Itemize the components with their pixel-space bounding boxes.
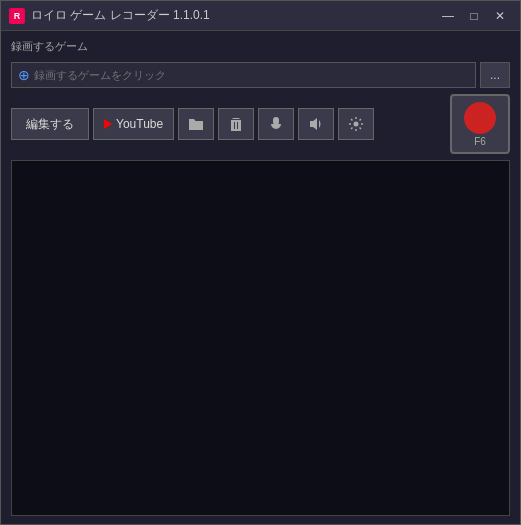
minimize-button[interactable]: — bbox=[436, 6, 460, 26]
youtube-play-icon bbox=[104, 119, 112, 129]
window-title: ロイロ ゲーム レコーダー 1.1.0.1 bbox=[31, 7, 436, 24]
app-icon: R bbox=[9, 8, 25, 24]
mic-button[interactable] bbox=[258, 108, 294, 140]
svg-rect-0 bbox=[273, 117, 279, 125]
youtube-button[interactable]: YouTube bbox=[93, 108, 174, 140]
ellipsis-button[interactable]: ... bbox=[480, 62, 510, 88]
edit-button[interactable]: 編集する bbox=[11, 108, 89, 140]
speaker-button[interactable] bbox=[298, 108, 334, 140]
record-key-label: F6 bbox=[474, 136, 486, 147]
target-icon: ⊕ bbox=[18, 67, 30, 83]
maximize-button[interactable]: □ bbox=[462, 6, 486, 26]
game-input-row: ⊕ ... bbox=[11, 62, 510, 88]
youtube-label: YouTube bbox=[116, 117, 163, 131]
settings-icon bbox=[348, 116, 364, 132]
app-icon-letter: R bbox=[14, 11, 21, 21]
game-input-wrapper: ⊕ bbox=[11, 62, 476, 88]
svg-point-1 bbox=[354, 122, 359, 127]
trash-icon bbox=[228, 116, 244, 132]
folder-icon bbox=[188, 116, 204, 132]
game-section-label: 録画するゲーム bbox=[11, 39, 510, 54]
record-button[interactable]: F6 bbox=[450, 94, 510, 154]
settings-button[interactable] bbox=[338, 108, 374, 140]
main-body: 録画するゲーム ⊕ ... 編集する YouTube bbox=[1, 31, 520, 524]
record-circle bbox=[464, 102, 496, 134]
window-controls: — □ ✕ bbox=[436, 6, 512, 26]
toolbar-left: 編集する YouTube bbox=[11, 108, 446, 140]
folder-button[interactable] bbox=[178, 108, 214, 140]
speaker-icon bbox=[308, 116, 324, 132]
preview-area bbox=[11, 160, 510, 516]
mic-icon bbox=[268, 116, 284, 132]
close-button[interactable]: ✕ bbox=[488, 6, 512, 26]
trash-button[interactable] bbox=[218, 108, 254, 140]
main-window: R ロイロ ゲーム レコーダー 1.1.0.1 — □ ✕ 録画するゲーム ⊕ … bbox=[0, 0, 521, 525]
toolbar-row: 編集する YouTube bbox=[11, 94, 510, 154]
game-input[interactable] bbox=[34, 69, 469, 81]
title-bar: R ロイロ ゲーム レコーダー 1.1.0.1 — □ ✕ bbox=[1, 1, 520, 31]
